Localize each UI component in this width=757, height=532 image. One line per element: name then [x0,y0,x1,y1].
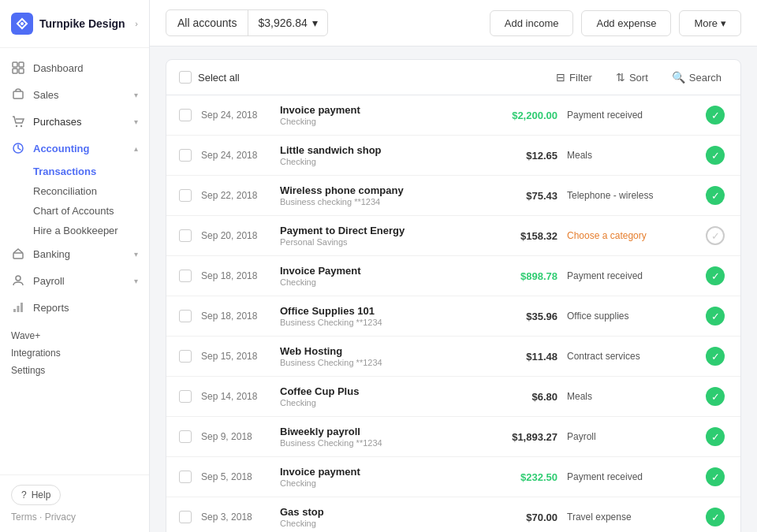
row-category: Payment received [567,471,693,482]
row-account: Checking [280,157,477,166]
row-description: Invoice payment Checking [280,104,477,126]
sidebar-header[interactable]: Turnpike Design › [0,0,149,48]
row-date: Sep 20, 2018 [201,230,270,241]
help-button[interactable]: ? Help [11,485,61,505]
header-actions: Add income Add expense More ▾ [490,10,741,36]
subnav-transactions[interactable]: Transactions [33,162,149,181]
row-checkbox[interactable] [179,310,192,322]
svg-rect-12 [17,306,20,312]
privacy-link[interactable]: Privacy [45,512,76,523]
row-status: ✓ [703,347,728,366]
sort-button[interactable]: ⇅ Sort [610,68,654,87]
sidebar-item-dashboard[interactable]: Dashboard [0,54,149,81]
table-row[interactable]: Sep 5, 2018 Invoice payment Checking $23… [166,457,740,497]
reports-icon [11,300,25,314]
row-status: ✓ [703,226,728,245]
row-date: Sep 24, 2018 [201,150,270,161]
table-row[interactable]: Sep 24, 2018 Invoice payment Checking $2… [166,95,740,136]
status-checked-icon: ✓ [706,427,725,446]
sidebar-item-purchases[interactable]: Purchases ▾ [0,108,149,135]
row-checkbox[interactable] [179,350,192,363]
row-status: ✓ [703,387,728,406]
table-row[interactable]: Sep 18, 2018 Invoice Payment Checking $8… [166,256,740,296]
row-description: Little sandwich shop Checking [280,144,477,166]
row-checkbox[interactable] [179,270,192,282]
row-title: Invoice payment [280,466,477,478]
subnav-chart-of-accounts[interactable]: Chart of Accounts [33,201,149,221]
row-description: Invoice Payment Checking [280,265,477,287]
row-amount: $898.78 [487,270,557,282]
row-category: Contract services [567,351,693,362]
row-category: Meals [567,150,693,161]
sort-icon: ⇅ [616,71,625,84]
filter-button[interactable]: ⊟ Filter [550,68,599,87]
row-amount: $12.65 [487,150,557,162]
row-checkbox[interactable] [179,189,192,202]
sidebar-integrations[interactable]: Integrations [0,344,149,362]
row-category: Payment received [567,270,693,281]
table-row[interactable]: Sep 20, 2018 Payment to Direct Energy Pe… [166,216,740,256]
svg-rect-5 [13,91,23,99]
sidebar-item-banking[interactable]: Banking ▾ [0,240,149,267]
subnav-reconciliation[interactable]: Reconciliation [33,181,149,201]
accounting-subnav: Transactions Reconciliation Chart of Acc… [0,162,149,240]
sidebar-item-sales[interactable]: Sales ▾ [0,81,149,108]
table-row[interactable]: Sep 9, 2018 Biweekly payroll Business Ch… [166,417,740,457]
row-date: Sep 18, 2018 [201,311,270,322]
row-checkbox[interactable] [179,471,192,483]
row-checkbox[interactable] [179,390,192,403]
row-title: Invoice payment [280,104,477,116]
row-checkbox[interactable] [179,511,192,523]
row-date: Sep 3, 2018 [201,512,270,523]
more-button[interactable]: More ▾ [679,10,741,36]
row-checkbox[interactable] [179,149,192,162]
add-expense-button[interactable]: Add expense [581,10,671,36]
subnav-hire-bookkeeper[interactable]: Hire a Bookkeeper [33,221,149,240]
search-button[interactable]: 🔍 Search [666,68,728,87]
sidebar-toggle-icon[interactable]: › [135,19,138,28]
transactions-table: Select all ⊟ Filter ⇅ Sort 🔍 Search [166,59,741,532]
select-all-label[interactable]: Select all [198,72,240,84]
status-checked-icon: ✓ [706,146,725,165]
select-all-checkbox[interactable] [179,71,192,84]
row-checkbox[interactable] [179,430,192,443]
row-category[interactable]: Choose a category [567,230,693,241]
sidebar-wave-plus[interactable]: Wave+ [0,327,149,344]
table-row[interactable]: Sep 24, 2018 Little sandwich shop Checki… [166,136,740,176]
row-status: ✓ [703,467,728,486]
table-row[interactable]: Sep 18, 2018 Office Supplies 101 Busines… [166,296,740,337]
sidebar-item-payroll[interactable]: Payroll ▾ [0,267,149,294]
row-description: Payment to Direct Energy Personal Saving… [280,225,477,247]
svg-rect-1 [13,62,17,67]
table-row[interactable]: Sep 22, 2018 Wireless phone company Busi… [166,176,740,216]
accounting-label: Accounting [33,143,90,154]
table-row[interactable]: Sep 3, 2018 Gas stop Checking $70.00 Tra… [166,497,740,532]
svg-rect-11 [13,309,16,312]
search-icon: 🔍 [672,71,685,84]
row-category: Payroll [567,431,693,442]
svg-rect-9 [13,253,23,259]
table-row[interactable]: Sep 14, 2018 Coffee Cup Plus Checking $6… [166,377,740,417]
svg-point-7 [21,125,22,127]
terms-link[interactable]: Terms [11,512,37,523]
sidebar-item-reports[interactable]: Reports [0,294,149,321]
banking-label: Banking [33,248,70,260]
row-title: Coffee Cup Plus [280,385,477,397]
row-account: Checking [280,478,477,488]
account-selector[interactable]: All accounts $3,926.84 ▾ [166,9,328,36]
row-account: Checking [280,398,477,407]
sidebar-settings[interactable]: Settings [0,362,149,379]
add-income-button[interactable]: Add income [490,10,574,36]
row-amount: $232.50 [487,471,557,483]
row-date: Sep 9, 2018 [201,431,270,442]
main-header: All accounts $3,926.84 ▾ Add income Add … [150,0,757,47]
row-checkbox[interactable] [179,109,192,121]
svg-rect-13 [21,303,23,312]
table-row[interactable]: Sep 15, 2018 Web Hosting Business Checki… [166,337,740,377]
main-content: All accounts $3,926.84 ▾ Add income Add … [150,0,757,532]
row-account: Personal Savings [280,237,477,247]
svg-rect-3 [13,69,17,73]
sidebar-item-accounting[interactable]: Accounting ▴ [0,135,149,162]
row-checkbox[interactable] [179,229,192,242]
account-amount-dropdown[interactable]: $3,926.84 ▾ [248,10,326,35]
